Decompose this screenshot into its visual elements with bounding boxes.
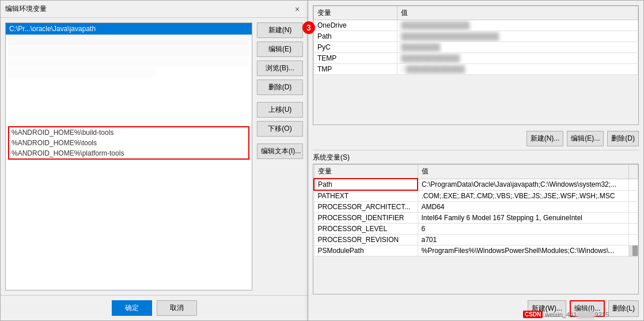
csdn-username: weixin_441████9215 [545, 311, 609, 318]
sys-vars-table-wrapper: 变量 值 Path 1 C:\ProgramData\Ora [313, 164, 639, 294]
sys-var-name: PROCESSOR_IDENTIFIER [314, 213, 418, 224]
empty-cell [629, 224, 638, 235]
sys-var-name: PROCESSOR_LEVEL [314, 224, 418, 235]
delete-button[interactable]: 删除(D) [257, 80, 303, 95]
sys-var-value: .COM;.EXE;.BAT;.CMD;.VBS;.VBE;.JS;.JSE;.… [418, 190, 629, 202]
table-row: PyC ████████ [314, 42, 638, 53]
scroll-thumb[interactable] [632, 246, 638, 256]
var-name: PyC [314, 42, 397, 53]
var-name: TEMP [314, 53, 397, 64]
cancel-button[interactable]: 取消 [157, 300, 197, 316]
sys-var-name: PATHEXT [314, 190, 418, 202]
empty-cell [629, 235, 638, 246]
csdn-user-blurred: ████ [577, 311, 594, 318]
user-vars-buttons: 新建(N)... 编辑(E)... 删除(D) [308, 127, 643, 150]
sys-var-value: C:\ProgramData\Oracle\Java\javapath;C:\W… [418, 179, 629, 190]
blurred-value: ████████████ [401, 54, 460, 62]
ok-button[interactable]: 确定 [112, 300, 152, 316]
table-row: TEMP ████████████ [314, 53, 638, 64]
scroll-indicator [629, 246, 638, 256]
path-label: Path [318, 180, 332, 188]
empty-cell [629, 190, 638, 202]
empty-cell [629, 213, 638, 224]
sys-var-name: PROCESSOR_ARCHITECT... [314, 202, 418, 213]
var-value: ████████████████████ [397, 31, 638, 42]
annotation-3: 3 [302, 21, 315, 34]
list-item[interactable] [8, 35, 249, 46]
sys-vars-table: 变量 值 Path 1 C:\ProgramData\Ora [313, 164, 638, 256]
new-edit-area: 新建(N) 编辑(E) 浏览(B)... 删除(D) [257, 22, 303, 95]
env-list-area: C:\Pr...\oracle\Java\javapath %ANDROID_H… [5, 22, 252, 290]
table-row: OneDrive ██████████████ [314, 20, 638, 31]
list-item[interactable] [8, 57, 249, 67]
sys-col-value: 值 [418, 165, 629, 179]
var-value: C████████████ [397, 64, 638, 75]
list-item[interactable]: C:\Pr...\oracle\Java\javapath [6, 23, 252, 35]
table-row-path[interactable]: Path 1 C:\ProgramData\Oracle\Java\javapa… [314, 179, 638, 190]
sys-vars-scroll[interactable]: 变量 值 Path 1 C:\ProgramData\Ora [313, 164, 638, 294]
table-row[interactable]: PSModulePath %ProgramFiles%\WindowsPower… [314, 246, 638, 256]
edit-text-button[interactable]: 编辑文本(I)... [257, 143, 303, 159]
list-item[interactable] [8, 46, 249, 56]
edit-button[interactable]: 编辑(E) [257, 41, 303, 57]
sys-var-value: 6 [418, 224, 629, 235]
left-dialog-buttons: 新建(N) 编辑(E) 浏览(B)... 删除(D) 上移(U) 下移(O) 编… [257, 22, 303, 290]
env-listbox[interactable]: C:\Pr...\oracle\Java\javapath %ANDROID_H… [5, 22, 252, 290]
user-vars-table-wrapper: 变量 值 OneDrive ██████████████ Path ██████… [313, 5, 639, 125]
csdn-logo: CSDN [523, 311, 543, 318]
blurred-value: C████████████ [401, 65, 465, 73]
table-row[interactable]: PROCESSOR_IDENTIFIER Intel64 Family 6 Mo… [314, 213, 638, 224]
sys-var-name: Path 1 [314, 179, 418, 190]
user-new-button[interactable]: 新建(N)... [526, 131, 564, 146]
blurred-value: ████████ [401, 43, 440, 51]
left-dialog: 编辑环境变量 × C:\Pr...\oracle\Java\javapath %… [0, 0, 308, 321]
csdn-user-partial: weixin_441 [545, 311, 577, 318]
sys-var-name: PSModulePath [314, 246, 418, 256]
sys-delete-button[interactable]: 删除(L) [608, 300, 639, 317]
sys-var-name: PROCESSOR_REVISION [314, 235, 418, 246]
empty-cell [629, 202, 638, 213]
sys-var-value: Intel64 Family 6 Model 167 Stepping 1, G… [418, 213, 629, 224]
list-item-android-tools[interactable]: %ANDROID_HOME%\tools [9, 138, 248, 148]
table-row[interactable]: PROCESSOR_ARCHITECT... AMD64 [314, 202, 638, 213]
highlighted-android-items: %ANDROID_HOME%\build-tools %ANDROID_HOME… [8, 126, 249, 160]
new-button[interactable]: 新建(N) [257, 22, 303, 38]
left-dialog-body: C:\Pr...\oracle\Java\javapath %ANDROID_H… [1, 18, 308, 295]
var-name: TMP [314, 64, 397, 75]
left-dialog-footer: 确定 取消 [1, 295, 308, 320]
table-row: Path ████████████████████ [314, 31, 638, 42]
table-row[interactable]: PATHEXT .COM;.EXE;.BAT;.CMD;.VBS;.VBE;.J… [314, 190, 638, 202]
csdn-watermark: CSDN weixin_441████9215 [523, 311, 609, 318]
move-btn-area: 上移(U) 下移(O) [257, 102, 303, 137]
table-row[interactable]: PROCESSOR_LEVEL 6 [314, 224, 638, 235]
browse-button[interactable]: 浏览(B)... [257, 61, 303, 76]
sys-vars-label: 系统变量(S) [308, 150, 643, 164]
user-vars-col-var: 变量 [314, 6, 397, 20]
table-row: TMP C████████████ [314, 64, 638, 75]
var-value: ████████████ [397, 53, 638, 64]
var-value: ██████████████ [397, 20, 638, 31]
list-item-android-build-tools[interactable]: %ANDROID_HOME%\build-tools [9, 127, 248, 138]
var-name: OneDrive [314, 20, 397, 31]
left-dialog-titlebar: 编辑环境变量 × [1, 1, 308, 18]
sys-var-value: %ProgramFiles%\WindowsPowerShell\Modules… [418, 246, 629, 256]
right-panel: 变量 值 OneDrive ██████████████ Path ██████… [308, 0, 644, 321]
csdn-suffix: 9215 [595, 311, 609, 318]
table-row[interactable]: PROCESSOR_REVISION a701 [314, 235, 638, 246]
sys-vars-section: 变量 值 Path 1 C:\ProgramData\Ora [308, 164, 643, 297]
blurred-value: ██████████████ [401, 21, 469, 29]
var-value: ████████ [397, 42, 638, 53]
empty-cell [629, 179, 638, 190]
list-item-android-platform-tools[interactable]: %ANDROID_HOME%\platform-tools [9, 148, 248, 158]
left-dialog-title: 编辑环境变量 [5, 4, 47, 14]
sys-col-var: 变量 [314, 165, 418, 179]
sys-var-value: a701 [418, 235, 629, 246]
user-vars-section: 变量 值 OneDrive ██████████████ Path ██████… [308, 1, 643, 127]
user-edit-button[interactable]: 编辑(E)... [567, 131, 604, 146]
user-delete-button[interactable]: 删除(D) [607, 131, 639, 146]
left-dialog-close-button[interactable]: × [291, 3, 303, 15]
var-name: Path [314, 31, 397, 42]
move-down-button[interactable]: 下移(O) [257, 121, 303, 137]
move-up-button[interactable]: 上移(U) [257, 102, 303, 118]
list-item[interactable] [8, 68, 156, 78]
